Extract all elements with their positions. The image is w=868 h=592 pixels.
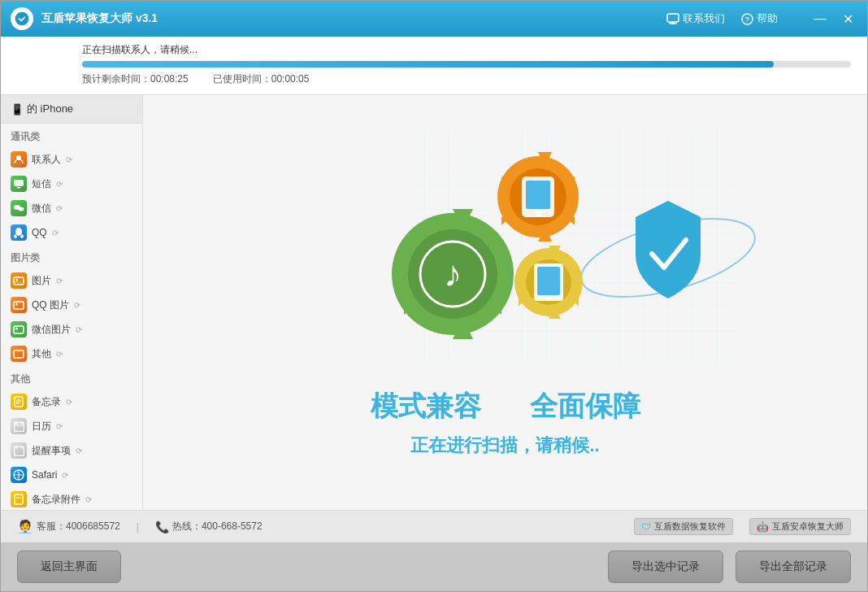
reminder-loading: ⟳ (76, 446, 82, 455)
wechat-loading: ⟳ (56, 204, 63, 213)
device-label: 📱 的 iPhone (1, 95, 142, 124)
noteattach-loading: ⟳ (85, 495, 92, 504)
info-bar: 🧑‍💼 客服：4006685572 | 📞 热线：400-668-5572 🛡 … (1, 510, 867, 542)
sidebar-item-safari[interactable]: Safari ⟳ (1, 463, 142, 487)
right-panel: ♪ (143, 95, 867, 510)
slogan-1: 模式兼容 (371, 388, 481, 425)
time-remaining: 预计剩余时间：00:08:25 (82, 72, 189, 86)
noteattach-label: 备忘录附件 (32, 493, 80, 507)
svg-point-7 (19, 207, 24, 211)
svg-text:♪: ♪ (443, 253, 462, 294)
scan-time-row: 预计剩余时间：00:08:25 已使用时间：00:00:05 (82, 72, 851, 86)
contact-us-button[interactable]: 联系我们 (666, 11, 725, 26)
qq-loading: ⟳ (52, 229, 59, 237)
qq-label: QQ (32, 227, 47, 238)
svg-rect-11 (14, 302, 24, 309)
title-actions: 联系我们 ? 帮助 — ✕ (666, 9, 857, 28)
sidebar-item-sms[interactable]: 短信 ⟳ (1, 172, 142, 196)
time-used: 已使用时间：00:00:05 (213, 72, 310, 86)
sms-icon (11, 176, 27, 192)
illustration: ♪ (254, 111, 757, 380)
android-recovery-button[interactable]: 🤖 互盾安卓恢复大师 (749, 518, 851, 535)
svg-point-8 (15, 228, 22, 236)
slogan-row: 模式兼容 全面保障 (371, 388, 640, 425)
sidebar-item-wechat[interactable]: 微信 ⟳ (1, 196, 142, 220)
scan-bar: 正在扫描联系人，请稍候... 预计剩余时间：00:08:25 已使用时间：00:… (1, 37, 867, 95)
main-content: 📱 的 iPhone 通讯类 联系人 ⟳ 短信 ⟳ (1, 95, 867, 510)
photos-loading: ⟳ (56, 276, 63, 285)
qq-icon (11, 224, 27, 241)
wxphoto-label: 微信图片 (32, 323, 71, 337)
export-all-button[interactable]: 导出全部记录 (736, 551, 851, 583)
wxphoto-icon (11, 321, 27, 337)
svg-rect-13 (14, 326, 24, 333)
sidebar: 📱 的 iPhone 通讯类 联系人 ⟳ 短信 ⟳ (1, 95, 143, 510)
sidebar-item-qqphoto[interactable]: QQ 图片 ⟳ (1, 293, 142, 317)
help-button[interactable]: ? 帮助 (741, 11, 778, 26)
customer-service: 客服：4006685572 (37, 520, 120, 533)
sidebar-item-wxphoto[interactable]: 微信图片 ⟳ (1, 317, 142, 342)
footer-right-buttons: 导出选中记录 导出全部记录 (608, 551, 851, 583)
footer-bar: 返回主界面 导出选中记录 导出全部记录 (1, 542, 867, 591)
svg-point-12 (15, 303, 18, 306)
calendar-label: 日历 (32, 420, 51, 433)
scan-caption: 正在进行扫描，请稍候.. (410, 433, 599, 458)
sidebar-item-other[interactable]: 其他 ⟳ (1, 342, 142, 366)
svg-point-10 (15, 279, 18, 281)
hudun-recovery-button[interactable]: 🛡 互盾数据恢复软件 (634, 518, 733, 535)
app-window: 互盾苹果恢复大师 v3.1 联系我们 ? 帮助 — ✕ 正在扫描联系人，请稍候.… (0, 0, 868, 592)
sidebar-item-photos[interactable]: 图片 ⟳ (1, 268, 142, 293)
photos-icon (11, 272, 27, 289)
photos-label: 图片 (32, 274, 51, 288)
qqphoto-icon (11, 297, 27, 313)
sidebar-item-calendar[interactable]: 日历 ⟳ (1, 414, 142, 438)
category-header-misc: 其他 (1, 366, 142, 390)
other-loading: ⟳ (56, 350, 63, 359)
minimize-button[interactable]: — (810, 9, 830, 28)
progress-bar-container (82, 61, 851, 67)
svg-rect-48 (537, 267, 560, 295)
progress-bar-fill (82, 61, 774, 67)
other-label: 其他 (32, 347, 51, 361)
notes-loading: ⟳ (66, 398, 72, 407)
svg-rect-30 (15, 494, 23, 504)
sms-label: 短信 (32, 177, 51, 191)
hotline: 热线：400-668-5572 (172, 520, 263, 533)
noteattach-icon (11, 491, 27, 507)
notes-icon (11, 394, 27, 410)
wechat-label: 微信 (32, 202, 51, 215)
close-button[interactable]: ✕ (838, 9, 857, 28)
svg-rect-15 (14, 350, 24, 358)
scan-status: 正在扫描联系人，请稍候... (82, 43, 851, 57)
back-main-button[interactable]: 返回主界面 (17, 551, 121, 583)
reminder-label: 提醒事项 (32, 444, 71, 458)
notes-label: 备忘录 (32, 395, 61, 409)
sidebar-item-notes[interactable]: 备忘录 ⟳ (1, 390, 142, 414)
sidebar-item-qq[interactable]: QQ ⟳ (1, 220, 142, 245)
window-controls: — ✕ (810, 9, 857, 28)
qqphoto-loading: ⟳ (74, 301, 80, 310)
safari-label: Safari (32, 469, 57, 481)
calendar-icon (11, 418, 27, 434)
svg-rect-43 (526, 181, 550, 209)
calendar-loading: ⟳ (56, 422, 63, 431)
safari-loading: ⟳ (62, 471, 68, 480)
svg-rect-1 (667, 14, 679, 22)
sidebar-item-noteattach[interactable]: 备忘录附件 ⟳ (1, 487, 142, 510)
sms-loading: ⟳ (56, 180, 63, 189)
svg-point-14 (15, 328, 18, 330)
contacts-icon (11, 151, 27, 168)
svg-rect-5 (14, 180, 24, 186)
contacts-loading: ⟳ (66, 155, 72, 164)
wechat-icon (11, 200, 27, 216)
export-selected-button[interactable]: 导出选中记录 (608, 551, 723, 583)
app-logo (11, 7, 33, 30)
svg-point-49 (546, 295, 551, 300)
reminder-icon (11, 442, 27, 459)
title-bar: 互盾苹果恢复大师 v3.1 联系我们 ? 帮助 — ✕ (1, 1, 867, 37)
sidebar-item-contacts[interactable]: 联系人 ⟳ (1, 147, 142, 172)
sidebar-item-reminder[interactable]: 提醒事项 ⟳ (1, 438, 142, 463)
category-header-communication: 通讯类 (1, 124, 142, 147)
wxphoto-loading: ⟳ (76, 325, 82, 334)
safari-icon (11, 467, 27, 483)
